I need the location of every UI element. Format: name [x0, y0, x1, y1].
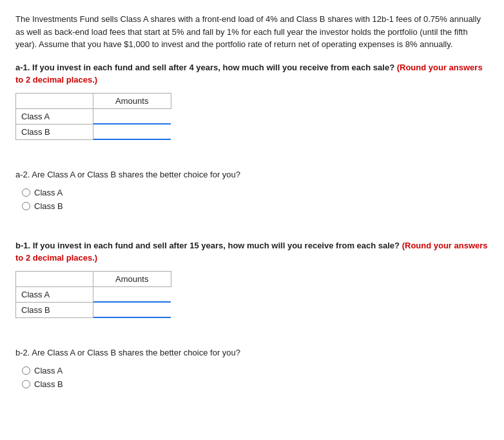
section-b2: b-2. Are Class A or Class B shares the b… — [15, 346, 489, 389]
b2-radio-class-a[interactable] — [22, 366, 30, 375]
a1-class-a-label: Class A — [16, 108, 93, 125]
a1-table-container: Amounts Class A Class B — [15, 93, 489, 141]
table-row: Class A — [16, 108, 171, 125]
b1-class-b-label: Class B — [16, 303, 93, 318]
b1-class-b-input[interactable] — [93, 303, 171, 318]
b1-class-b-cell — [93, 303, 171, 318]
b1-question: b-1. If you invest in each fund and sell… — [15, 239, 489, 265]
a2-class-a-label: Class A — [34, 188, 63, 197]
a2-option-class-a[interactable]: Class A — [22, 188, 489, 197]
a2-radio-class-a[interactable] — [22, 188, 30, 197]
table-row: Class A — [16, 286, 171, 303]
a2-question: a-2. Are Class A or Class B shares the b… — [15, 168, 489, 181]
a2-class-b-label: Class B — [34, 201, 63, 211]
b2-option-class-b[interactable]: Class B — [22, 379, 489, 389]
intro-paragraph: The Investments Fund sells Class A share… — [15, 13, 489, 51]
a2-option-class-b[interactable]: Class B — [22, 201, 489, 211]
b1-class-a-cell — [93, 286, 171, 303]
table-row: Class B — [16, 125, 171, 140]
a1-amounts-header: Amounts — [93, 93, 171, 108]
b1-table: Amounts Class A Class B — [15, 271, 171, 319]
a1-table: Amounts Class A Class B — [15, 93, 171, 141]
b2-class-b-label: Class B — [34, 379, 63, 389]
b2-question: b-2. Are Class A or Class B shares the b… — [15, 346, 489, 359]
b1-class-a-label: Class A — [16, 286, 93, 303]
section-a2: a-2. Are Class A or Class B shares the b… — [15, 168, 489, 211]
section-b1: b-1. If you invest in each fund and sell… — [15, 239, 489, 319]
a1-question: a-1. If you invest in each fund and sell… — [15, 61, 489, 86]
a1-empty-header — [16, 93, 93, 108]
section-a1: a-1. If you invest in each fund and sell… — [15, 61, 489, 141]
b1-table-container: Amounts Class A Class B — [15, 271, 489, 319]
a1-class-a-input[interactable] — [93, 109, 171, 125]
b1-amounts-header: Amounts — [93, 271, 171, 286]
b2-option-class-a[interactable]: Class A — [22, 366, 489, 375]
a1-class-b-input[interactable] — [93, 125, 171, 140]
b2-radio-group: Class A Class B — [22, 366, 489, 389]
a1-class-b-label: Class B — [16, 125, 93, 140]
table-row: Class B — [16, 303, 171, 318]
b2-class-a-label: Class A — [34, 366, 63, 375]
b1-class-a-input[interactable] — [93, 287, 171, 303]
b1-empty-header — [16, 271, 93, 286]
b2-radio-class-b[interactable] — [22, 380, 30, 388]
a1-class-b-cell — [93, 125, 171, 140]
a1-class-a-cell — [93, 108, 171, 125]
a2-radio-class-b[interactable] — [22, 202, 30, 210]
a2-radio-group: Class A Class B — [22, 188, 489, 211]
